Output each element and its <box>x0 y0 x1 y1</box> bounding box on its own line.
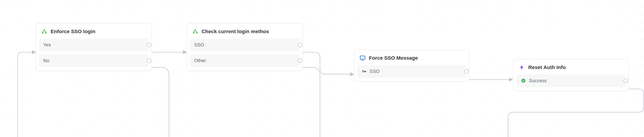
screen-icon <box>360 55 366 61</box>
node-check-login-method[interactable]: Check current login methos SSO Other <box>186 23 303 71</box>
output-port[interactable] <box>464 69 469 74</box>
row-label: Success <box>529 78 547 83</box>
node-title: Enforce SSO login <box>51 29 96 34</box>
result-row-success[interactable]: Success <box>516 74 626 87</box>
output-port[interactable] <box>298 42 302 47</box>
branch-icon <box>41 28 47 34</box>
bolt-icon <box>519 64 525 70</box>
node-enforce-sso-login[interactable]: Enforce SSO login Yes No <box>36 23 152 71</box>
branch-option-label: No <box>43 58 49 63</box>
branch-option-yes[interactable]: Yes <box>39 38 148 51</box>
branch-option-no[interactable]: No <box>39 54 148 67</box>
key-icon <box>362 69 366 74</box>
output-port[interactable] <box>623 78 628 83</box>
output-port[interactable] <box>298 58 302 63</box>
row-label: SSO <box>370 69 380 74</box>
node-title: Check current login methos <box>202 29 269 34</box>
branch-option-label: Yes <box>43 42 51 48</box>
branch-option-label: SSO <box>194 42 204 48</box>
message-row-sso[interactable]: SSO <box>357 65 466 78</box>
branch-option-label: Other <box>194 58 206 63</box>
output-port[interactable] <box>146 58 151 63</box>
output-port[interactable] <box>146 42 151 47</box>
branch-option-other[interactable]: Other <box>190 54 300 67</box>
node-force-sso-message[interactable]: Force SSO Message SSO <box>354 50 470 82</box>
svg-rect-0 <box>360 56 365 59</box>
check-circle-icon <box>521 78 526 83</box>
node-reset-auth-info[interactable]: Reset Auth Info Success <box>513 59 629 91</box>
branch-option-sso[interactable]: SSO <box>190 38 300 51</box>
branch-icon <box>192 28 198 34</box>
node-title: Reset Auth Info <box>528 64 566 70</box>
node-title: Force SSO Message <box>369 55 418 61</box>
